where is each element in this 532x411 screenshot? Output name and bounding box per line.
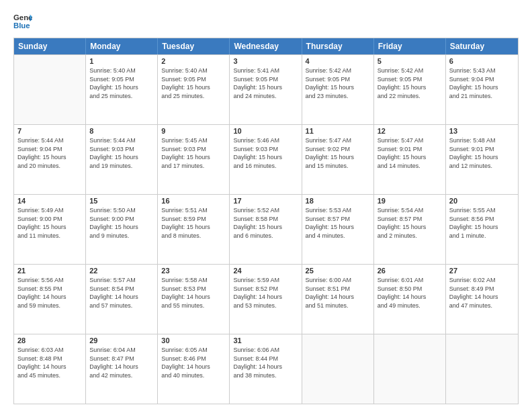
calendar-cell: 9Sunrise: 5:45 AM Sunset: 9:03 PM Daylig… [158,125,230,194]
calendar-header: SundayMondayTuesdayWednesdayThursdayFrid… [14,38,518,54]
day-number: 28 [17,336,82,345]
day-number: 4 [306,57,370,65]
day-number: 25 [306,267,370,275]
day-number: 15 [89,197,154,205]
calendar: SundayMondayTuesdayWednesdayThursdayFrid… [13,38,519,404]
calendar-cell: 25Sunrise: 6:00 AM Sunset: 8:51 PM Dayli… [302,265,374,334]
day-number: 16 [161,197,226,205]
day-number: 29 [89,336,154,345]
calendar-cell: 2Sunrise: 5:40 AM Sunset: 9:05 PM Daylig… [158,55,230,124]
day-info: Sunrise: 6:03 AM Sunset: 8:48 PM Dayligh… [17,346,82,379]
day-info: Sunrise: 5:45 AM Sunset: 9:03 PM Dayligh… [161,136,226,170]
day-number: 21 [17,267,82,275]
day-info: Sunrise: 5:47 AM Sunset: 9:01 PM Dayligh… [378,136,442,170]
calendar-cell: 3Sunrise: 5:41 AM Sunset: 9:05 PM Daylig… [230,55,302,124]
calendar-cell: 24Sunrise: 5:59 AM Sunset: 8:52 PM Dayli… [230,265,302,334]
day-info: Sunrise: 5:47 AM Sunset: 9:02 PM Dayligh… [306,136,370,170]
calendar-cell: 19Sunrise: 5:54 AM Sunset: 8:57 PM Dayli… [374,195,446,264]
calendar-body: 1Sunrise: 5:40 AM Sunset: 9:05 PM Daylig… [14,54,518,404]
page: General Blue SundayMondayTuesdayWednesda… [0,0,532,411]
day-info: Sunrise: 5:42 AM Sunset: 9:05 PM Dayligh… [378,66,442,100]
day-number: 31 [233,336,298,345]
day-info: Sunrise: 5:50 AM Sunset: 9:00 PM Dayligh… [89,206,154,240]
calendar-cell: 4Sunrise: 5:42 AM Sunset: 9:05 PM Daylig… [302,55,374,124]
day-number: 19 [378,197,442,205]
day-info: Sunrise: 5:54 AM Sunset: 8:57 PM Dayligh… [378,206,442,240]
calendar-cell: 20Sunrise: 5:55 AM Sunset: 8:56 PM Dayli… [446,195,518,264]
day-info: Sunrise: 6:02 AM Sunset: 8:49 PM Dayligh… [449,276,515,310]
day-info: Sunrise: 5:44 AM Sunset: 9:03 PM Dayligh… [89,136,154,170]
day-number: 5 [378,57,442,65]
header-cell-friday: Friday [374,38,446,54]
calendar-row-4: 28Sunrise: 6:03 AM Sunset: 8:48 PM Dayli… [14,334,518,404]
day-info: Sunrise: 5:49 AM Sunset: 9:00 PM Dayligh… [17,206,82,240]
day-info: Sunrise: 5:52 AM Sunset: 8:58 PM Dayligh… [233,206,298,240]
day-info: Sunrise: 5:41 AM Sunset: 9:05 PM Dayligh… [233,66,298,100]
day-number: 2 [161,57,226,65]
day-info: Sunrise: 5:48 AM Sunset: 9:01 PM Dayligh… [449,136,515,170]
calendar-cell: 18Sunrise: 5:53 AM Sunset: 8:57 PM Dayli… [302,195,374,264]
calendar-cell: 22Sunrise: 5:57 AM Sunset: 8:54 PM Dayli… [86,265,158,334]
calendar-cell: 27Sunrise: 6:02 AM Sunset: 8:49 PM Dayli… [446,265,518,334]
calendar-row-0: 1Sunrise: 5:40 AM Sunset: 9:05 PM Daylig… [14,54,518,124]
calendar-row-1: 7Sunrise: 5:44 AM Sunset: 9:04 PM Daylig… [14,124,518,194]
day-info: Sunrise: 6:00 AM Sunset: 8:51 PM Dayligh… [306,276,370,310]
day-number: 22 [89,267,154,275]
day-info: Sunrise: 6:04 AM Sunset: 8:47 PM Dayligh… [89,346,154,379]
calendar-cell: 13Sunrise: 5:48 AM Sunset: 9:01 PM Dayli… [446,125,518,194]
day-info: Sunrise: 5:53 AM Sunset: 8:57 PM Dayligh… [306,206,370,240]
day-info: Sunrise: 5:58 AM Sunset: 8:53 PM Dayligh… [161,276,226,310]
day-number: 3 [233,57,298,65]
calendar-row-3: 21Sunrise: 5:56 AM Sunset: 8:55 PM Dayli… [14,264,518,334]
day-info: Sunrise: 6:06 AM Sunset: 8:44 PM Dayligh… [233,346,298,379]
calendar-cell: 31Sunrise: 6:06 AM Sunset: 8:44 PM Dayli… [230,334,302,404]
calendar-cell: 6Sunrise: 5:43 AM Sunset: 9:04 PM Daylig… [446,55,518,124]
calendar-cell: 30Sunrise: 6:05 AM Sunset: 8:46 PM Dayli… [158,334,230,404]
calendar-cell: 23Sunrise: 5:58 AM Sunset: 8:53 PM Dayli… [158,265,230,334]
calendar-cell [302,334,374,404]
day-info: Sunrise: 5:44 AM Sunset: 9:04 PM Dayligh… [17,136,82,170]
calendar-cell: 16Sunrise: 5:51 AM Sunset: 8:59 PM Dayli… [158,195,230,264]
calendar-row-2: 14Sunrise: 5:49 AM Sunset: 9:00 PM Dayli… [14,194,518,264]
day-number: 30 [161,336,226,345]
day-info: Sunrise: 5:51 AM Sunset: 8:59 PM Dayligh… [161,206,226,240]
calendar-cell: 28Sunrise: 6:03 AM Sunset: 8:48 PM Dayli… [14,334,86,404]
day-number: 8 [89,127,154,135]
day-number: 7 [17,127,82,135]
calendar-cell: 5Sunrise: 5:42 AM Sunset: 9:05 PM Daylig… [374,55,446,124]
logo-icon: General Blue [13,12,32,31]
day-info: Sunrise: 5:42 AM Sunset: 9:05 PM Dayligh… [306,66,370,100]
day-number: 6 [449,57,515,65]
day-number: 12 [378,127,442,135]
day-info: Sunrise: 5:59 AM Sunset: 8:52 PM Dayligh… [233,276,298,310]
day-info: Sunrise: 5:40 AM Sunset: 9:05 PM Dayligh… [161,66,226,100]
calendar-cell [14,55,86,124]
day-info: Sunrise: 5:57 AM Sunset: 8:54 PM Dayligh… [89,276,154,310]
day-info: Sunrise: 5:55 AM Sunset: 8:56 PM Dayligh… [449,206,515,240]
calendar-cell: 11Sunrise: 5:47 AM Sunset: 9:02 PM Dayli… [302,125,374,194]
calendar-cell: 10Sunrise: 5:46 AM Sunset: 9:03 PM Dayli… [230,125,302,194]
day-number: 9 [161,127,226,135]
svg-text:Blue: Blue [13,21,30,30]
day-info: Sunrise: 5:46 AM Sunset: 9:03 PM Dayligh… [233,136,298,170]
calendar-cell: 1Sunrise: 5:40 AM Sunset: 9:05 PM Daylig… [86,55,158,124]
svg-text:General: General [13,13,32,21]
calendar-cell: 15Sunrise: 5:50 AM Sunset: 9:00 PM Dayli… [86,195,158,264]
day-number: 10 [233,127,298,135]
header-cell-monday: Monday [86,38,158,54]
calendar-cell [374,334,446,404]
calendar-cell: 17Sunrise: 5:52 AM Sunset: 8:58 PM Dayli… [230,195,302,264]
logo: General Blue [13,12,35,31]
day-info: Sunrise: 6:05 AM Sunset: 8:46 PM Dayligh… [161,346,226,379]
header-cell-tuesday: Tuesday [158,38,230,54]
header: General Blue [13,12,519,31]
day-info: Sunrise: 5:43 AM Sunset: 9:04 PM Dayligh… [449,66,515,100]
day-info: Sunrise: 6:01 AM Sunset: 8:50 PM Dayligh… [378,276,442,310]
calendar-cell: 29Sunrise: 6:04 AM Sunset: 8:47 PM Dayli… [86,334,158,404]
day-number: 14 [17,197,82,205]
day-number: 18 [306,197,370,205]
day-info: Sunrise: 5:40 AM Sunset: 9:05 PM Dayligh… [89,66,154,100]
calendar-cell: 12Sunrise: 5:47 AM Sunset: 9:01 PM Dayli… [374,125,446,194]
header-cell-sunday: Sunday [14,38,86,54]
day-number: 11 [306,127,370,135]
